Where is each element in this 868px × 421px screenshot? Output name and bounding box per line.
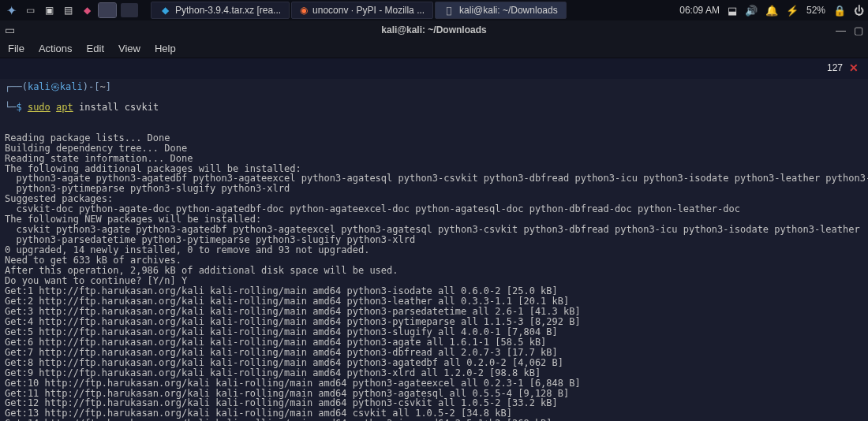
editor-icon[interactable]: ▤ <box>61 3 75 17</box>
prompt-line-2: └─$ sudo apt install csvkit <box>5 102 863 113</box>
taskbar-tasks: ◆ Python-3.9.4.tar.xz [rea... ◉ unoconv … <box>151 2 567 19</box>
clock[interactable]: 06:09 AM <box>679 5 720 16</box>
window-controls: — ▢ <box>836 24 863 36</box>
power-icon[interactable]: ⏻ <box>854 5 864 17</box>
window-titlebar[interactable]: ▭ kali@kali: ~/Downloads — ▢ <box>0 20 868 39</box>
archive-icon: ◆ <box>159 5 170 16</box>
task-label: Python-3.9.4.tar.xz [rea... <box>175 5 281 16</box>
tab-strip: 127 ✕ <box>0 58 868 79</box>
menu-edit[interactable]: Edit <box>87 43 104 54</box>
line-count: 127 <box>827 62 843 73</box>
network-icon[interactable]: ⬓ <box>728 5 737 17</box>
menu-file[interactable]: File <box>8 43 24 54</box>
panel-left: ✦ ▭ ▣ ▤ ◆ ◆ Python-3.9.4.tar.xz [rea... … <box>4 2 567 19</box>
cmd-sudo: sudo <box>28 102 51 113</box>
battery-percent: 52% <box>806 5 825 16</box>
terminal-icon: ⌷ <box>443 5 455 16</box>
terminal-body[interactable]: ┌──(kali㉿kali)-[~] └─$ sudo apt install … <box>0 79 868 421</box>
menu-help[interactable]: Help <box>155 43 176 54</box>
kali-logo-icon[interactable]: ✦ <box>4 3 18 17</box>
notification-icon[interactable]: 🔔 <box>765 5 778 17</box>
task-label: unoconv · PyPI - Mozilla ... <box>312 5 425 16</box>
maximize-icon[interactable]: ▢ <box>854 24 863 36</box>
volume-icon[interactable]: 🔊 <box>745 5 758 17</box>
menu-actions[interactable]: Actions <box>39 43 73 54</box>
firefox-icon: ◉ <box>300 5 308 16</box>
prompt-symbol: $ <box>16 102 21 113</box>
minimize-icon[interactable]: — <box>836 24 846 36</box>
close-icon[interactable]: ✕ <box>849 61 859 74</box>
prompt-path: ~ <box>99 81 105 92</box>
menu-bar: File Actions Edit View Help <box>0 39 868 58</box>
prompt-userhost: kali㉿kali <box>28 81 83 92</box>
top-panel: ✦ ▭ ▣ ▤ ◆ ◆ Python-3.9.4.tar.xz [rea... … <box>0 0 868 20</box>
workspace-2[interactable] <box>121 3 138 17</box>
workspace-1[interactable] <box>99 3 116 17</box>
app-icon[interactable]: ◆ <box>80 3 94 17</box>
files-icon[interactable]: ▭ <box>23 3 37 17</box>
cmd-apt: apt <box>56 102 73 113</box>
task-label: kali@kali: ~/Downloads <box>459 5 558 16</box>
cmd-args: install csvkit <box>79 102 159 113</box>
task-firefox[interactable]: ◉ unoconv · PyPI - Mozilla ... <box>291 2 433 19</box>
panel-right: 06:09 AM ⬓ 🔊 🔔 ⚡ 52% 🔒 ⏻ <box>679 5 864 17</box>
task-terminal[interactable]: ⌷ kali@kali: ~/Downloads <box>435 2 567 19</box>
window-title: kali@kali: ~/Downloads <box>381 24 486 35</box>
lock-icon[interactable]: 🔒 <box>833 5 846 17</box>
task-archive[interactable]: ◆ Python-3.9.4.tar.xz [rea... <box>151 2 290 19</box>
terminal-output: Reading package lists... Done Building d… <box>5 133 863 421</box>
menu-view[interactable]: View <box>118 43 140 54</box>
tab-strip-right: 127 ✕ <box>827 61 859 74</box>
prompt-line-1: ┌──(kali㉿kali)-[~] <box>5 82 863 92</box>
battery-icon[interactable]: ⚡ <box>786 5 799 17</box>
window-system-menu-icon[interactable]: ▭ <box>5 24 15 36</box>
terminal-launcher-icon[interactable]: ▣ <box>42 3 56 17</box>
